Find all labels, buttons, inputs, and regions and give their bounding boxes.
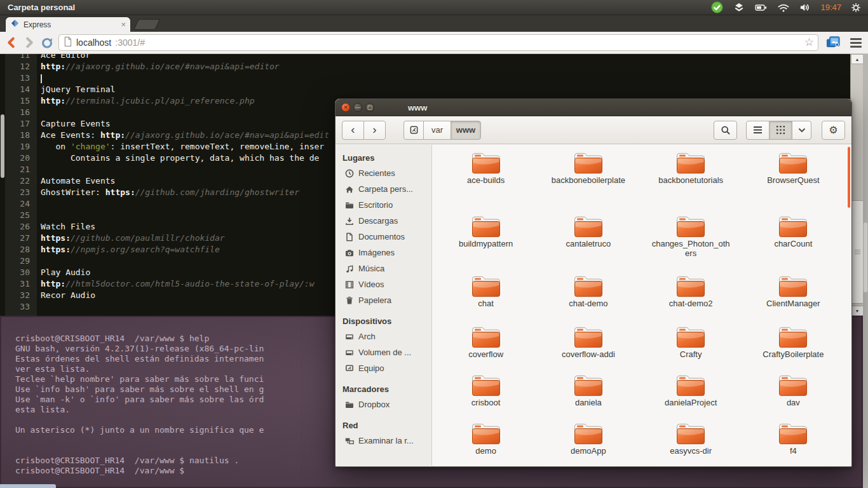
sidebar-item[interactable]: Imágenes bbox=[336, 245, 431, 261]
line-number: 15 bbox=[5, 95, 30, 107]
sidebar-item[interactable]: Documentos bbox=[336, 229, 431, 245]
session-gear-icon[interactable] bbox=[850, 2, 862, 13]
browser-tab-express[interactable]: Express × bbox=[5, 17, 131, 32]
folder-item[interactable]: buildmypattern bbox=[435, 212, 537, 272]
volume-icon[interactable] bbox=[799, 2, 811, 13]
window-close-icon[interactable]: ✕ bbox=[341, 103, 350, 112]
folder-item[interactable]: dav bbox=[742, 371, 844, 419]
clock[interactable]: 19:47 bbox=[820, 3, 841, 12]
folder-item[interactable]: Crafty bbox=[640, 323, 742, 371]
view-list-button[interactable] bbox=[746, 121, 770, 140]
folder-item[interactable]: demoApp bbox=[537, 419, 639, 466]
wifi-icon[interactable] bbox=[777, 3, 790, 13]
bookmark-star-icon[interactable]: ☆ bbox=[804, 37, 814, 48]
folder-icon bbox=[676, 150, 705, 174]
editor-scrollbar[interactable]: ▲ ▼ bbox=[850, 54, 863, 316]
window-maximize-icon[interactable]: ▢ bbox=[365, 103, 374, 112]
back-button[interactable] bbox=[3, 34, 20, 51]
folder-item[interactable]: changes_Photon_others bbox=[640, 212, 742, 272]
browser-menu-icon[interactable] bbox=[846, 34, 865, 51]
page-scrollbar-thumb[interactable] bbox=[864, 222, 867, 292]
scroll-up-icon[interactable]: ▲ bbox=[851, 54, 863, 64]
sidebar-item[interactable]: Equipo bbox=[336, 360, 431, 376]
tab-close-icon[interactable]: × bbox=[121, 20, 126, 29]
view-options-dropdown[interactable] bbox=[792, 121, 811, 140]
window-titlebar[interactable]: ✕ — ▢ www bbox=[336, 99, 851, 116]
folder-icon bbox=[574, 214, 603, 238]
folder-item[interactable]: chat-demo bbox=[537, 272, 639, 323]
editor-left-scroll-indicator[interactable] bbox=[1, 114, 4, 178]
folder-item[interactable]: ace-builds bbox=[435, 149, 537, 212]
path-segment-www[interactable]: www bbox=[451, 121, 481, 140]
text-cursor bbox=[41, 74, 42, 83]
sidebar-item[interactable]: Dropbox bbox=[336, 396, 431, 412]
file-grid-scrollbar[interactable] bbox=[848, 147, 850, 208]
view-grid-button[interactable] bbox=[769, 121, 792, 140]
folder-item[interactable]: BrowserQuest bbox=[742, 149, 844, 212]
computer-icon bbox=[344, 363, 355, 374]
line-number: 12 bbox=[5, 61, 30, 72]
sidebar-item[interactable]: Arch bbox=[336, 329, 431, 344]
dropbox-icon[interactable] bbox=[733, 2, 745, 13]
window-minimize-icon[interactable]: — bbox=[353, 103, 362, 112]
sidebar-item[interactable]: Vídeos bbox=[336, 276, 431, 292]
path-root-button[interactable] bbox=[403, 121, 424, 140]
forward-button[interactable] bbox=[20, 34, 38, 51]
folder-item[interactable]: backbonetutorials bbox=[640, 149, 742, 212]
file-grid[interactable]: ace-buildsbackboneboilerplatebackbonetut… bbox=[432, 145, 851, 466]
sidebar-item[interactable]: Recientes bbox=[336, 165, 431, 181]
sidebar-item[interactable]: Escritorio bbox=[336, 197, 431, 213]
nav-forward-button[interactable]: › bbox=[363, 121, 386, 140]
drive-icon bbox=[344, 332, 355, 342]
folder-icon bbox=[574, 372, 603, 396]
file-manager-body: LugaresRecientesCarpeta pers...Escritori… bbox=[336, 145, 851, 466]
sidebar-item[interactable]: Descargas bbox=[336, 213, 431, 229]
folder-item[interactable]: daniela bbox=[537, 371, 639, 419]
skype-status-icon[interactable] bbox=[710, 1, 724, 14]
express-favicon-icon bbox=[10, 18, 20, 30]
line-number: 28 bbox=[5, 244, 30, 255]
search-button[interactable] bbox=[714, 121, 737, 140]
folder-item[interactable]: backboneboilerplate bbox=[537, 149, 639, 212]
folder-item[interactable]: easyvcs-dir bbox=[640, 419, 742, 466]
reload-button[interactable] bbox=[38, 34, 56, 51]
sidebar-item-label: Documentos bbox=[358, 232, 405, 241]
folder-label: chat-demo bbox=[569, 299, 607, 308]
folder-item[interactable]: coverflow bbox=[435, 323, 537, 371]
gear-menu-button[interactable]: ⚙ bbox=[822, 121, 845, 140]
page-scrollbar[interactable] bbox=[863, 54, 868, 488]
folder-item[interactable]: crisboot bbox=[435, 371, 537, 419]
sidebar-item[interactable]: Volumen de ... bbox=[336, 344, 431, 360]
new-tab-button[interactable] bbox=[133, 19, 160, 30]
folder-item[interactable]: danielaProject bbox=[640, 371, 742, 419]
url-bar[interactable]: localhost:3001/# ☆ bbox=[58, 34, 818, 51]
system-tray: 19:47 bbox=[710, 1, 868, 14]
network-icon bbox=[344, 436, 355, 446]
window-title: www bbox=[408, 103, 427, 112]
path-segment-var[interactable]: var bbox=[423, 121, 451, 140]
folder-item[interactable]: cantaletruco bbox=[537, 212, 639, 272]
screenshot-extension-icon[interactable] bbox=[824, 34, 843, 51]
sidebar-item-label: Equipo bbox=[358, 363, 384, 373]
sidebar-item[interactable]: Papelera bbox=[336, 292, 431, 308]
sidebar-item[interactable]: Carpeta pers... bbox=[336, 181, 431, 197]
system-menubar: Carpeta personal 19:47 bbox=[0, 0, 868, 15]
nav-back-button[interactable]: ‹ bbox=[342, 121, 364, 140]
folder-item[interactable]: chat-demo2 bbox=[640, 272, 742, 323]
browser-tab-strip: Express × bbox=[0, 15, 868, 32]
folder-item[interactable]: ClientManager bbox=[742, 272, 844, 323]
folder-item[interactable]: chat bbox=[435, 272, 537, 323]
folder-item[interactable]: CraftyBoilerplate bbox=[742, 323, 844, 371]
battery-icon[interactable] bbox=[754, 3, 768, 13]
folder-label: danielaProject bbox=[665, 398, 717, 407]
folder-item[interactable]: charCount bbox=[742, 212, 844, 272]
folder-item[interactable]: demo bbox=[435, 419, 537, 466]
folder-item[interactable]: f4 bbox=[742, 419, 844, 466]
editor-scrollbar-thumb[interactable] bbox=[851, 200, 863, 304]
scroll-down-icon[interactable]: ▼ bbox=[851, 306, 863, 316]
sidebar-item-label: Música bbox=[358, 264, 384, 273]
sidebar-item[interactable]: Examinar la r... bbox=[336, 433, 431, 449]
sidebar-item[interactable]: Música bbox=[336, 261, 431, 276]
folder-item[interactable]: coverflow-addi bbox=[537, 323, 639, 371]
drive-icon bbox=[344, 348, 355, 358]
